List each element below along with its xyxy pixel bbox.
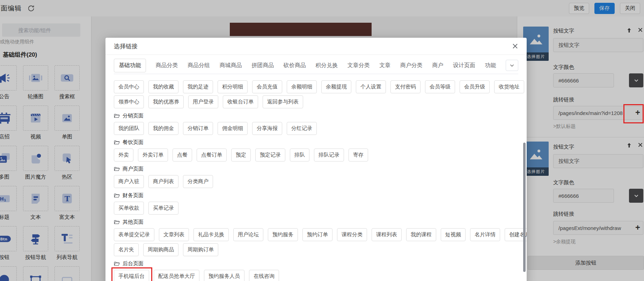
group-header: 餐饮页面 [114,139,518,146]
group-header: 分销页面 [114,113,518,119]
link-button[interactable]: 名片夹 [114,243,139,256]
folder-open-icon [114,261,120,266]
link-row: 买单收款买单记录 [114,202,518,215]
tab-8[interactable]: 文章分类 [347,62,370,69]
link-button[interactable]: 课程列表 [372,228,402,241]
link-button[interactable]: 佣金明细 [218,122,248,135]
link-button[interactable]: 我的收藏 [148,80,178,93]
link-button[interactable]: 我的团队 [114,122,144,135]
link-button[interactable]: 在线咨询 [249,270,279,281]
link-button[interactable]: 预约服务人员 [204,270,244,281]
folder-open-icon [114,219,120,225]
link-button[interactable]: 预约订单 [302,228,332,241]
tab-5[interactable]: 拼团商品 [251,62,274,69]
folder-open-icon [114,140,120,145]
link-button[interactable]: 会员中心 [114,80,144,93]
link-button[interactable]: 买单记录 [148,202,178,215]
link-button[interactable]: 外卖 [114,149,133,161]
link-button[interactable]: 点餐订单 [197,149,227,161]
link-button[interactable]: 表单提交记录 [114,228,154,241]
group-header: 后台页面 [114,260,518,267]
link-button[interactable]: 收货地址 [494,80,524,93]
link-button[interactable]: 商户列表 [148,175,178,188]
tab-4[interactable]: 商城商品 [220,62,242,69]
link-button[interactable]: 个人设置 [356,80,386,93]
link-button[interactable]: 分红记录 [287,122,317,135]
link-button[interactable]: 支付密码 [390,80,420,93]
group-header-label: 财务页面 [123,192,144,199]
link-button[interactable]: 用户登录 [188,95,218,108]
link-button[interactable]: 会员升级 [460,80,490,93]
tab-10[interactable]: 商户分类 [400,62,423,69]
link-button[interactable]: 课程分类 [337,228,367,241]
link-button[interactable]: 排队记录 [314,149,344,161]
link-row: 会员中心我的收藏我的足迹积分明细会员充值余额明细余额提现个人设置支付密码会员等级… [114,80,518,93]
group-header-label: 其他页面 [123,219,144,225]
link-button[interactable]: 礼品卡兑换 [193,228,229,241]
link-button[interactable]: 外卖订单 [138,149,168,161]
modal-header: 选择链接 [105,38,527,55]
link-button[interactable]: 商户入驻 [114,175,144,188]
tab-13[interactable]: 功能 [485,62,496,69]
link-button[interactable]: 分销订单 [183,122,213,135]
link-button[interactable]: 我的佣金 [148,122,178,135]
link-button[interactable]: 领券中心 [114,95,144,108]
link-button[interactable]: 点餐 [173,149,192,161]
link-button[interactable]: 排队 [290,149,309,161]
link-row: 表单提交记录文章列表礼品卡兑换用户论坛预约服务预约订单课程分类课程列表我的课程短… [114,228,518,241]
link-row: 我的团队我的佣金分销订单佣金明细分享海报分红记录 [114,122,518,135]
link-button[interactable]: 预定记录 [255,149,285,161]
folder-open-icon [114,166,120,172]
link-button[interactable]: 买单收款 [114,202,144,215]
link-button[interactable]: 文章列表 [159,228,189,241]
link-button[interactable]: 配送员抢单大厅 [154,270,199,281]
link-button[interactable]: 会员等级 [425,80,455,93]
link-button[interactable]: 返回参与列表 [263,95,303,108]
modal-scrollbar[interactable] [523,143,526,272]
group-header: 财务页面 [114,192,518,199]
link-button[interactable]: 余额提现 [321,80,351,93]
link-button[interactable]: 收银台订单 [223,95,258,108]
link-button[interactable]: 我的优惠券 [148,95,184,108]
tab-3[interactable]: 商品分组 [188,62,210,69]
link-button[interactable]: 周期购商品 [143,243,178,256]
link-button[interactable]: 预定 [231,149,251,161]
tab-1[interactable]: 基础功能 [114,59,146,72]
tab-12[interactable]: 设计页面 [453,62,475,69]
link-button[interactable]: 周期购订单 [183,243,218,256]
link-row: 商户入驻商户列表分类商户 [114,175,518,188]
tab-11[interactable]: 商户 [432,62,443,69]
link-button[interactable]: 积分明细 [218,80,248,93]
link-button-highlighted[interactable]: 手机端后台 [114,270,149,281]
group-header: 其他页面 [114,219,518,225]
link-groups: 会员中心我的收藏我的足迹积分明细会员充值余额明细余额提现个人设置支付密码会员等级… [114,80,518,281]
link-button[interactable]: 分享海报 [252,122,282,135]
link-button[interactable]: 我的足迹 [183,80,213,93]
modal-body: 基础功能商品分类商品分组商城商品拼团商品砍价商品积分兑换文章分类文章商户分类商户… [105,55,527,281]
group-header-label: 餐饮页面 [123,139,144,146]
folder-open-icon [114,113,120,118]
tabs-expand-button[interactable] [506,60,518,71]
link-button[interactable]: 预约服务 [268,228,298,241]
tab-7[interactable]: 积分兑换 [315,62,338,69]
link-button[interactable]: 名片详情 [470,228,500,241]
tab-9[interactable]: 文章 [379,62,390,69]
tab-2[interactable]: 商品分类 [156,62,178,69]
link-button[interactable]: 用户论坛 [233,228,263,241]
link-button[interactable]: 分类商户 [183,175,213,188]
link-button[interactable]: 余额明细 [287,80,317,93]
chevron-down-icon [509,63,515,68]
folder-open-icon [114,193,120,198]
link-button[interactable]: 短视频 [441,228,466,241]
modal-tab-bar: 基础功能商品分类商品分组商城商品拼团商品砍价商品积分兑换文章分类文章商户分类商户… [114,60,518,74]
tab-6[interactable]: 砍价商品 [284,62,306,69]
group-header-label: 商户页面 [123,166,144,172]
link-row: 手机端后台配送员抢单大厅预约服务人员在线咨询 [114,270,518,281]
group-header-label: 后台页面 [123,260,144,267]
modal-close-icon[interactable] [512,43,518,49]
link-button[interactable]: 会员充值 [252,80,282,93]
select-link-modal: 选择链接 基础功能商品分类商品分组商城商品拼团商品砍价商品积分兑换文章分类文章商… [105,38,527,281]
link-row: 领券中心我的优惠券用户登录收银台订单返回参与列表 [114,95,518,108]
link-button[interactable]: 寄存 [349,149,368,161]
link-button[interactable]: 我的课程 [406,228,436,241]
